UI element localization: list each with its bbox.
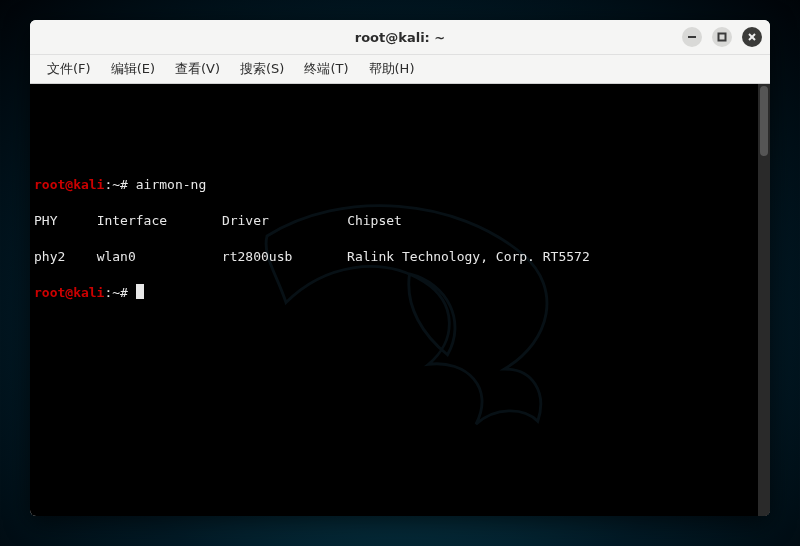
window-controls xyxy=(682,20,762,54)
row-driver: rt2800usb xyxy=(222,249,292,264)
prompt-path: ~ xyxy=(112,177,120,192)
scrollbar-thumb[interactable] xyxy=(760,86,768,156)
row-phy: phy2 xyxy=(34,249,65,264)
terminal-output: root@kali:~# airmon-ng PHY Interface Dri… xyxy=(34,158,766,302)
prompt-user-2: root@kali xyxy=(34,285,104,300)
row-chipset: Ralink Technology, Corp. RT5572 xyxy=(347,249,590,264)
minimize-icon xyxy=(687,32,697,42)
titlebar[interactable]: root@kali: ~ xyxy=(30,20,770,55)
row-iface: wlan0 xyxy=(97,249,136,264)
col-iface: Interface xyxy=(97,213,167,228)
svg-rect-1 xyxy=(719,34,726,41)
col-phy: PHY xyxy=(34,213,57,228)
command-text: airmon-ng xyxy=(136,177,206,192)
window-title: root@kali: ~ xyxy=(355,30,445,45)
menu-help[interactable]: 帮助(H) xyxy=(360,57,424,81)
menu-terminal[interactable]: 终端(T) xyxy=(295,57,357,81)
terminal-window: root@kali: ~ 文件(F) 编辑(E) 查看(V) 搜索(S) 终端(… xyxy=(30,20,770,516)
menu-edit[interactable]: 编辑(E) xyxy=(102,57,164,81)
terminal-scrollbar[interactable] xyxy=(758,84,770,516)
col-driver: Driver xyxy=(222,213,269,228)
close-icon xyxy=(747,32,757,42)
maximize-button[interactable] xyxy=(712,27,732,47)
menu-search[interactable]: 搜索(S) xyxy=(231,57,293,81)
prompt-user: root@kali xyxy=(34,177,104,192)
menu-file[interactable]: 文件(F) xyxy=(38,57,100,81)
minimize-button[interactable] xyxy=(682,27,702,47)
maximize-icon xyxy=(717,32,727,42)
desktop-background: root@kali: ~ 文件(F) 编辑(E) 查看(V) 搜索(S) 终端(… xyxy=(0,0,800,546)
cursor xyxy=(136,284,144,299)
menubar: 文件(F) 编辑(E) 查看(V) 搜索(S) 终端(T) 帮助(H) xyxy=(30,55,770,84)
menu-view[interactable]: 查看(V) xyxy=(166,57,229,81)
terminal-area[interactable]: root@kali:~# airmon-ng PHY Interface Dri… xyxy=(30,84,770,516)
prompt-symbol: # xyxy=(120,177,128,192)
close-button[interactable] xyxy=(742,27,762,47)
col-chipset: Chipset xyxy=(347,213,402,228)
prompt-symbol-2: # xyxy=(120,285,128,300)
prompt-path-2: ~ xyxy=(112,285,120,300)
